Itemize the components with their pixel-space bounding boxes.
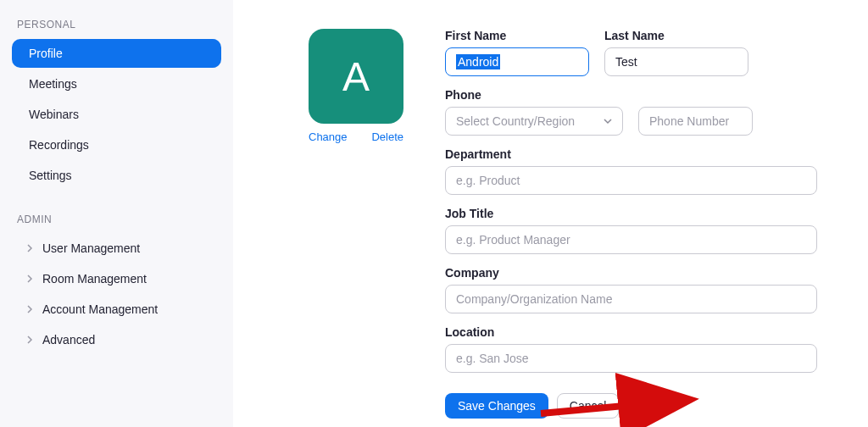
sidebar-item-meetings[interactable]: Meetings (12, 69, 221, 98)
sidebar-item-label: Recordings (29, 138, 89, 152)
avatar-delete-link[interactable]: Delete (371, 130, 403, 143)
avatar[interactable]: A (309, 29, 403, 124)
department-field[interactable] (445, 166, 817, 195)
job-title-field[interactable] (445, 225, 817, 254)
chevron-down-icon (604, 119, 612, 125)
sidebar-item-label: Settings (29, 169, 72, 182)
first-name-field[interactable]: Android (445, 47, 589, 76)
sidebar-item-label: Room Management (42, 272, 147, 286)
sidebar-personal-group: PERSONAL Profile Meetings Webinars Recor… (12, 19, 221, 190)
avatar-change-link[interactable]: Change (309, 130, 348, 143)
sidebar-item-profile[interactable]: Profile (12, 39, 221, 68)
sidebar-item-label: Account Management (42, 302, 158, 316)
sidebar-item-label: Profile (29, 47, 63, 60)
chevron-right-icon (24, 305, 36, 313)
last-name-label: Last Name (604, 29, 748, 42)
last-name-field[interactable] (604, 47, 748, 76)
sidebar-admin-title: ADMIN (17, 214, 221, 225)
sidebar-item-account-management[interactable]: Account Management (12, 295, 221, 324)
company-field[interactable] (445, 285, 817, 313)
save-changes-button[interactable]: Save Changes (445, 393, 548, 419)
first-name-label: First Name (445, 29, 589, 42)
sidebar-item-label: Webinars (29, 108, 79, 121)
sidebar-item-label: Meetings (29, 77, 77, 91)
department-label: Department (445, 147, 817, 161)
location-label: Location (445, 325, 817, 339)
phone-label: Phone (445, 88, 817, 102)
location-field[interactable] (445, 344, 817, 373)
sidebar-item-recordings[interactable]: Recordings (12, 130, 221, 159)
chevron-right-icon (24, 274, 36, 283)
sidebar-item-webinars[interactable]: Webinars (12, 100, 221, 129)
chevron-right-icon (24, 244, 36, 252)
main-content: A Change Delete First Name Android (233, 0, 868, 427)
phone-country-placeholder: Select Country/Region (456, 114, 575, 128)
sidebar-item-room-management[interactable]: Room Management (12, 264, 221, 293)
cancel-button[interactable]: Cancel (557, 393, 620, 419)
first-name-value: Android (456, 54, 500, 69)
sidebar-personal-title: PERSONAL (17, 19, 221, 30)
sidebar: PERSONAL Profile Meetings Webinars Recor… (0, 0, 233, 427)
sidebar-item-settings[interactable]: Settings (12, 161, 221, 190)
sidebar-admin-group: ADMIN User Management Room Management Ac… (12, 214, 221, 354)
sidebar-item-label: Advanced (42, 333, 95, 347)
sidebar-item-label: User Management (42, 241, 140, 255)
sidebar-item-advanced[interactable]: Advanced (12, 325, 221, 354)
job-title-label: Job Title (445, 207, 817, 220)
sidebar-item-user-management[interactable]: User Management (12, 234, 221, 263)
chevron-right-icon (24, 336, 36, 344)
avatar-initial: A (342, 53, 370, 100)
phone-country-select[interactable]: Select Country/Region (445, 107, 623, 136)
phone-number-field[interactable] (638, 107, 753, 136)
company-label: Company (445, 266, 817, 280)
